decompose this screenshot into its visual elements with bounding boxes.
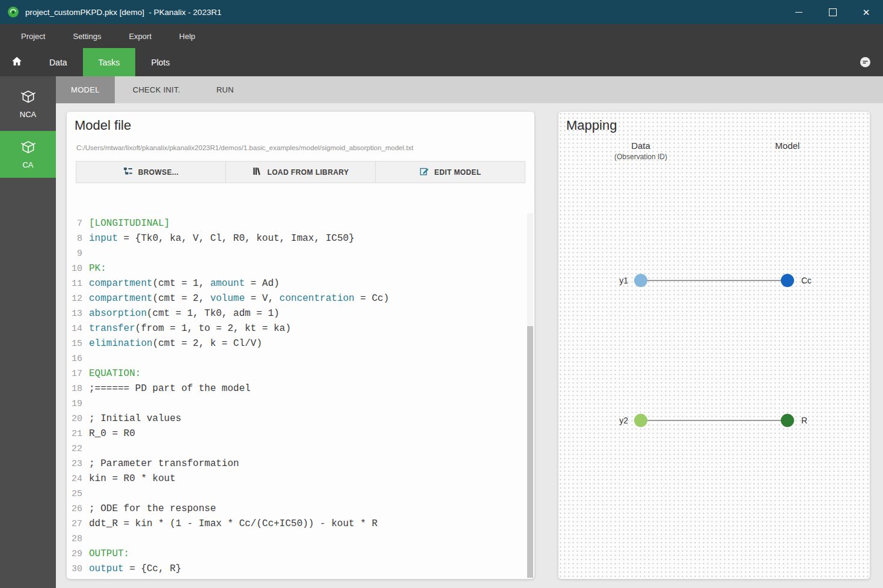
code-line: 23; Parameter transformation [67, 456, 526, 471]
package-icon [20, 139, 36, 157]
code-line: 17EQUATION: [67, 366, 526, 381]
line-number: 29 [67, 547, 82, 562]
model-file-panel: Model file C:/Users/mtwar/lixoft/pkanali… [67, 112, 534, 579]
line-number: 8 [67, 231, 82, 246]
code-text: ddt_R = kin * (1 - Imax * Cc/(Cc+IC50)) … [89, 517, 377, 532]
tab-tasks[interactable]: Tasks [83, 48, 136, 76]
code-line: 15elimination(cmt = 2, k = Cl/V) [67, 336, 526, 351]
code-line: 13absorption(cmt = 1, Tk0, adm = 1) [67, 306, 526, 321]
sidebar-item-ca[interactable]: CA [0, 131, 56, 178]
code-text: ; Initial values [89, 411, 182, 426]
code-line: 16 [67, 351, 526, 366]
maximize-button[interactable] [816, 0, 849, 24]
code-text: [LONGITUDINAL] [89, 216, 170, 231]
code-text: ; Parameter transformation [89, 456, 239, 471]
code-text: input = {Tk0, ka, V, Cl, R0, kout, Imax,… [89, 231, 355, 246]
home-button[interactable] [0, 48, 34, 76]
data-node[interactable] [634, 274, 647, 287]
maximize-icon [829, 8, 837, 16]
task-tab-model[interactable]: MODEL [56, 76, 115, 103]
code-text: PK: [89, 261, 106, 276]
sidebar-item-label: CA [22, 160, 33, 169]
line-number: 15 [67, 336, 82, 351]
edit-model-button[interactable]: EDIT MODEL [376, 161, 525, 183]
code-text: transfer(from = 1, to = 2, kt = ka) [89, 321, 291, 336]
browse-button[interactable]: BROWSE... [76, 161, 226, 183]
task-tabs: MODELCHECK INIT.RUN [56, 76, 883, 103]
browse-icon [123, 166, 133, 178]
line-number: 25 [67, 486, 82, 502]
line-number: 22 [67, 441, 82, 456]
code-line: 8input = {Tk0, ka, V, Cl, R0, kout, Imax… [67, 231, 526, 246]
line-number: 28 [67, 532, 82, 547]
code-line: 9 [67, 246, 526, 261]
window-title: project_customPKPD.pkx [demo] - PKanalix… [25, 8, 221, 17]
model-node[interactable] [781, 414, 794, 427]
mapping-row-y2: y2R [606, 411, 824, 430]
code-line: 24kin = R0 * kout [67, 471, 526, 486]
tab-plots[interactable]: Plots [135, 48, 185, 76]
code-line: 14transfer(from = 1, to = 2, kt = ka) [67, 321, 526, 336]
close-icon: ✕ [863, 8, 870, 17]
menu-bar: ProjectSettingsExportHelp [0, 24, 883, 48]
data-node[interactable] [634, 414, 647, 427]
model-file-title: Model file [67, 112, 534, 133]
code-line: 12compartment(cmt = 2, volume = V, conce… [67, 291, 526, 306]
line-number: 19 [67, 396, 82, 411]
minimize-button[interactable] [782, 0, 816, 24]
close-button[interactable]: ✕ [849, 0, 883, 24]
library-icon [252, 166, 262, 178]
code-line: 30output = {Cc, R} [67, 562, 526, 577]
edit-model-button-label: EDIT MODEL [435, 168, 481, 177]
code-line: 11compartment(cmt = 1, amount = Ad) [67, 276, 526, 291]
code-text: EQUATION: [89, 366, 141, 381]
observation-id-label: y1 [606, 276, 628, 285]
edit-pencil-icon [420, 166, 429, 178]
mapping-model-header: Model [727, 141, 848, 151]
tab-data[interactable]: Data [34, 48, 83, 76]
browse-button-label: BROWSE... [138, 168, 179, 177]
line-number: 11 [67, 276, 82, 291]
model-node[interactable] [781, 274, 794, 287]
code-line: 10PK: [67, 261, 526, 276]
menu-item-settings[interactable]: Settings [59, 24, 115, 48]
nav-tabs: DataTasksPlots [34, 48, 186, 76]
feedback-button[interactable] [860, 56, 871, 70]
line-number: 10 [67, 261, 82, 276]
line-number: 7 [67, 216, 82, 231]
code-line: 26; ODE for the response [67, 502, 526, 517]
model-file-buttons: BROWSE... LOAD FROM LIBRARY EDIT MODEL [76, 161, 525, 183]
data-header-label: Data [581, 141, 701, 151]
nav-bar: DataTasksPlots [0, 48, 883, 76]
code-text: compartment(cmt = 1, amount = Ad) [89, 276, 280, 291]
sidebar: NCACA [0, 76, 56, 588]
editor-scrollbar-thumb[interactable] [527, 326, 533, 578]
mapping-panel: Mapping Data (Observation ID) Model y1Cc… [558, 112, 870, 579]
line-number: 21 [67, 426, 82, 441]
model-file-path: C:/Users/mtwar/lixoft/pkanalix/pkanalix2… [76, 144, 534, 151]
menu-item-export[interactable]: Export [115, 24, 165, 48]
code-line: 25 [67, 486, 526, 502]
mapping-connector [647, 280, 781, 281]
mapping-title: Mapping [558, 112, 870, 133]
line-number: 23 [67, 456, 82, 471]
code-text: compartment(cmt = 2, volume = V, concent… [89, 291, 389, 306]
sidebar-item-nca[interactable]: NCA [0, 80, 56, 127]
code-text: OUTPUT: [89, 547, 129, 562]
mapping-data-header: Data (Observation ID) [581, 141, 701, 161]
menu-item-help[interactable]: Help [165, 24, 209, 48]
task-tab-check-init[interactable]: CHECK INIT. [115, 76, 198, 103]
load-from-library-button[interactable]: LOAD FROM LIBRARY [226, 161, 376, 183]
mapping-row-y1: y1Cc [606, 271, 824, 290]
code-line: 28 [67, 532, 526, 547]
menu-item-project[interactable]: Project [7, 24, 59, 48]
model-header-label: Model [727, 141, 848, 151]
code-text: output = {Cc, R} [89, 562, 182, 577]
minimize-icon [795, 12, 802, 13]
code-line: 22 [67, 441, 526, 456]
code-text: ; ODE for the response [89, 502, 216, 517]
task-tab-run[interactable]: RUN [198, 76, 252, 103]
editor-scrollbar[interactable] [527, 213, 533, 578]
observation-id-label: y2 [606, 416, 628, 425]
line-number: 9 [67, 246, 82, 261]
